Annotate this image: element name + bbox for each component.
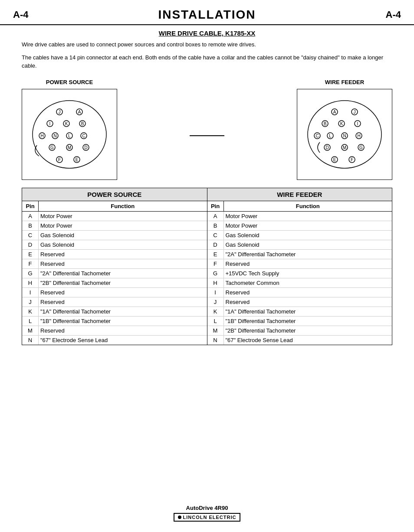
- cell-pin: N: [22, 336, 39, 345]
- table-row: L "1B" Differential Tachometer: [22, 317, 207, 326]
- cell-pin: G: [207, 269, 224, 278]
- cell-pin: M: [207, 326, 224, 335]
- svg-text:H: H: [40, 134, 43, 138]
- table-row: H "2B" Differential Tachometer: [22, 278, 207, 288]
- cell-pin: C: [22, 231, 39, 240]
- cell-function: Reserved: [39, 288, 207, 297]
- cell-pin: I: [22, 288, 39, 297]
- cell-pin: I: [207, 288, 224, 297]
- cell-pin: B: [22, 221, 39, 230]
- cell-pin: G: [22, 269, 39, 278]
- svg-text:I: I: [357, 121, 358, 126]
- svg-text:N: N: [343, 134, 346, 138]
- table-row: D Gas Solenoid: [22, 240, 207, 250]
- svg-text:G: G: [50, 145, 54, 150]
- svg-text:C: C: [315, 134, 319, 138]
- svg-text:B: B: [324, 121, 327, 126]
- cell-pin: J: [207, 297, 224, 307]
- table-row: G "2A" Differential Tachometer: [22, 269, 207, 278]
- horiz-line: [190, 135, 224, 136]
- svg-text:G: G: [359, 145, 363, 150]
- table-row: L "1B" Differential Tachometer: [207, 317, 392, 326]
- power-source-col-pin: Pin: [22, 201, 39, 211]
- cell-pin: D: [22, 240, 39, 249]
- wire-feeder-col-pin: Pin: [207, 201, 224, 211]
- cell-function: "2B" Differential Tachometer: [39, 278, 207, 287]
- cell-pin: F: [207, 259, 224, 268]
- table-row: N "67" Electrode Sense Lead: [22, 336, 207, 345]
- cell-function: "2A" Differential Tachometer: [224, 250, 392, 259]
- power-source-col-headers: Pin Function: [22, 201, 207, 212]
- tables-row: POWER SOURCE Pin Function A Motor Power …: [22, 188, 392, 345]
- footer-model: AutoDrive 4R90: [186, 505, 228, 511]
- svg-text:A: A: [333, 110, 336, 114]
- wire-feeder-rows: A Motor Power B Motor Power C Gas Soleno…: [207, 212, 392, 345]
- cell-function: +15VDC Tech Supply: [224, 269, 392, 278]
- desc-para-1: Wire drive cables are used to connect po…: [22, 40, 392, 49]
- cell-function: Gas Solenoid: [224, 240, 392, 249]
- cell-function: Tachometer Common: [224, 278, 392, 287]
- cell-function: "2A" Differential Tachometer: [39, 269, 207, 278]
- svg-text:I: I: [49, 121, 51, 126]
- cell-function: Reserved: [39, 297, 207, 307]
- table-row: M Reserved: [22, 326, 207, 336]
- cell-function: "67" Electrode Sense Lead: [39, 336, 207, 345]
- cell-pin: F: [22, 259, 39, 268]
- lincoln-brand: LINCOLN: [183, 515, 207, 520]
- diagrams-row: POWER SOURCE J A I K: [22, 79, 392, 180]
- cell-function: Gas Solenoid: [39, 240, 207, 249]
- cell-function: "1A" Differential Tachometer: [39, 307, 207, 316]
- cell-pin: N: [207, 336, 224, 345]
- table-row: J Reserved: [22, 297, 207, 307]
- power-source-rows: A Motor Power B Motor Power C Gas Soleno…: [22, 212, 207, 345]
- svg-text:K: K: [340, 121, 343, 126]
- cell-function: "1A" Differential Tachometer: [224, 307, 392, 316]
- page-footer: AutoDrive 4R90 LINCOLN ELECTRIC: [0, 505, 414, 522]
- cell-pin: M: [22, 326, 39, 335]
- page-header: A-4 INSTALLATION A-4: [0, 0, 414, 25]
- cell-function: Motor Power: [224, 212, 392, 221]
- cell-pin: D: [207, 240, 224, 249]
- power-source-diagram: POWER SOURCE J A I K: [22, 79, 117, 180]
- svg-text:F: F: [351, 157, 353, 162]
- svg-text:J: J: [354, 110, 356, 114]
- table-row: I Reserved: [207, 288, 392, 297]
- cell-function: Gas Solenoid: [39, 231, 207, 240]
- cell-function: "1B" Differential Tachometer: [224, 317, 392, 326]
- cell-function: "67" Electrode Sense Lead: [224, 336, 392, 345]
- table-row: J Reserved: [207, 297, 392, 307]
- cell-function: Motor Power: [224, 221, 392, 230]
- page-title: INSTALLATION: [158, 8, 256, 22]
- cell-pin: E: [22, 250, 39, 259]
- cell-pin: J: [22, 297, 39, 307]
- svg-text:N: N: [53, 134, 56, 138]
- table-row: A Motor Power: [22, 212, 207, 221]
- wire-feeder-table: WIRE FEEDER Pin Function A Motor Power B…: [207, 188, 392, 345]
- svg-text:F: F: [58, 157, 61, 162]
- table-row: E Reserved: [22, 250, 207, 259]
- cell-function: Reserved: [224, 288, 392, 297]
- cell-function: Reserved: [224, 259, 392, 268]
- table-row: B Motor Power: [22, 221, 207, 231]
- svg-text:L: L: [329, 134, 332, 138]
- svg-text:D: D: [325, 145, 329, 150]
- cell-function: Reserved: [39, 326, 207, 335]
- wire-feeder-table-header: WIRE FEEDER: [207, 188, 392, 201]
- table-row: C Gas Solenoid: [22, 231, 207, 240]
- page-num-right: A-4: [386, 9, 401, 20]
- wire-feeder-diagram: WIRE FEEDER A J B K I: [297, 79, 392, 180]
- cell-function: Motor Power: [39, 221, 207, 230]
- svg-text:B: B: [81, 121, 84, 126]
- lincoln-sub: ELECTRIC: [209, 515, 236, 520]
- svg-text:D: D: [84, 145, 87, 150]
- svg-text:E: E: [76, 157, 79, 162]
- svg-text:M: M: [343, 145, 346, 150]
- cell-function: Reserved: [39, 250, 207, 259]
- page-num-left: A-4: [13, 9, 28, 20]
- cell-function: Reserved: [39, 259, 207, 268]
- table-row: M "2B" Differential Tachometer: [207, 326, 392, 336]
- lincoln-electric-logo: LINCOLN ELECTRIC: [174, 513, 241, 522]
- cell-pin: K: [207, 307, 224, 316]
- wire-feeder-col-function: Function: [224, 201, 392, 211]
- cell-pin: A: [207, 212, 224, 221]
